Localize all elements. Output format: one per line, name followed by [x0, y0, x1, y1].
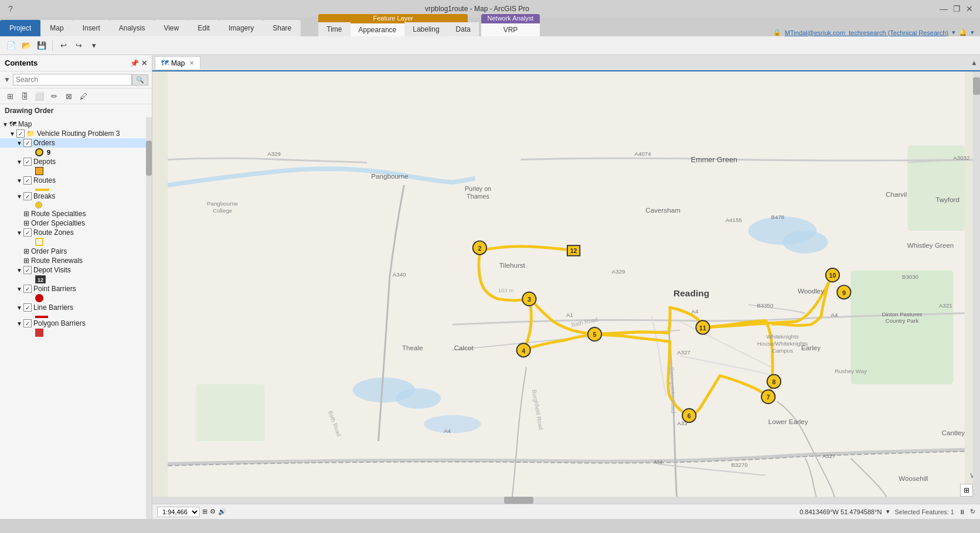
tree-route-renewals[interactable]: ▶ ⊞ Route Renewals: [0, 256, 146, 265]
polybarr-expand[interactable]: ▼: [16, 320, 23, 327]
tree-route-specialties[interactable]: ▶ ⊞ Route Specialties: [0, 209, 146, 218]
polygon-barriers-swatch: [35, 329, 43, 337]
routes-checkbox[interactable]: [23, 176, 32, 184]
search-button[interactable]: 🔍: [132, 74, 148, 86]
vrp-checkbox[interactable]: [16, 129, 25, 138]
map-tab-close[interactable]: ✕: [189, 60, 194, 66]
rzones-expand[interactable]: ▼: [16, 230, 23, 236]
tree-route-zones[interactable]: ▼ Route Zones: [0, 228, 146, 237]
scale-tool2[interactable]: ⚙: [210, 508, 216, 515]
panel-scrollbar-thumb[interactable]: [146, 141, 152, 176]
rrenew-icon: ⊞: [23, 257, 29, 265]
svg-text:Dinton Pastures: Dinton Pastures: [882, 311, 922, 317]
coordinates-dropdown[interactable]: ▾: [886, 508, 890, 515]
dvisits-checkbox[interactable]: [23, 266, 32, 274]
layer-tool-3[interactable]: ⬜: [33, 90, 46, 102]
map-scrollbar-right[interactable]: [973, 71, 980, 504]
pbarr-expand[interactable]: ▼: [16, 286, 23, 292]
scale-tools[interactable]: ⊞: [202, 508, 207, 515]
orders-checkbox[interactable]: [23, 139, 32, 147]
tab-time[interactable]: Time: [318, 22, 350, 36]
tab-imagery[interactable]: Imagery: [219, 20, 263, 36]
layer-tool-2[interactable]: 🗄: [18, 90, 31, 102]
tree-point-barriers[interactable]: ▼ Point Barriers: [0, 284, 146, 293]
rzones-checkbox[interactable]: [23, 228, 32, 237]
tab-data[interactable]: Data: [448, 22, 479, 36]
redo-button[interactable]: ↪: [72, 39, 85, 52]
undo-button[interactable]: ↩: [57, 39, 70, 52]
account-expand-icon[interactable]: ▾: [971, 29, 974, 36]
map-corner-btn-1[interactable]: ⊞: [960, 484, 973, 497]
depots-checkbox[interactable]: [23, 158, 32, 166]
route-specialties-label: Route Specialties: [31, 210, 86, 218]
minimize-button[interactable]: —: [938, 3, 950, 15]
lbarr-expand[interactable]: ▼: [16, 305, 23, 311]
panel-close-icon[interactable]: ✕: [141, 59, 147, 67]
layer-tool-6[interactable]: 🖊: [77, 90, 90, 102]
tab-edit[interactable]: Edit: [188, 20, 219, 36]
tree-line-barriers[interactable]: ▼ Line Barriers: [0, 303, 146, 312]
selected-features: Selected Features: 1: [894, 508, 954, 515]
tree-map[interactable]: ▼ 🗺 Map: [0, 119, 146, 129]
tree-orders[interactable]: ▼ Orders: [0, 138, 146, 148]
tab-view[interactable]: View: [154, 20, 188, 36]
account-user[interactable]: MTindal@esriuk.com_techresearch (Technic…: [785, 29, 948, 36]
map-canvas[interactable]: 2 12 3 4 5 11 6: [152, 71, 980, 504]
map-hscroll-thumb[interactable]: [504, 497, 533, 504]
notification-icon[interactable]: 🔔: [959, 29, 967, 36]
orders-expand[interactable]: ▼: [16, 140, 23, 146]
tree-routes[interactable]: ▼ Routes: [0, 176, 146, 185]
play-pause-btn[interactable]: ⏸: [959, 508, 965, 515]
close-button[interactable]: ✕: [964, 3, 975, 15]
tab-analysis[interactable]: Analysis: [110, 20, 155, 36]
svg-point-4: [396, 388, 441, 409]
tab-vrp[interactable]: VRP: [481, 22, 540, 36]
lbarr-checkbox[interactable]: [23, 303, 32, 312]
tree-polygon-barriers[interactable]: ▼ Polygon Barriers: [0, 319, 146, 328]
refresh-btn[interactable]: ↻: [970, 508, 975, 515]
tab-appearance[interactable]: Appearance: [351, 22, 405, 36]
tab-share[interactable]: Share: [263, 20, 301, 36]
account-dropdown-icon[interactable]: ▾: [952, 29, 955, 36]
tree-order-specialties[interactable]: ▶ ⊞ Order Specialties: [0, 218, 146, 228]
ribbon-tabs-row: Project Map Insert Analysis View Edit Im…: [0, 18, 980, 36]
map-expand-arrow[interactable]: ▼: [2, 121, 9, 128]
save-button[interactable]: 💾: [35, 39, 48, 52]
more-btn[interactable]: ▾: [87, 39, 100, 52]
map-vscroll-thumb[interactable]: [973, 77, 980, 95]
pbarr-checkbox[interactable]: [23, 285, 32, 293]
panel-auto-hide-icon[interactable]: 📌: [130, 59, 139, 67]
svg-text:A1: A1: [566, 312, 573, 318]
new-button[interactable]: 📄: [5, 39, 18, 52]
polybarr-checkbox[interactable]: [23, 319, 32, 327]
breaks-checkbox[interactable]: [23, 192, 32, 200]
map-tab[interactable]: 🗺 Map ✕: [155, 56, 200, 69]
scale-tool3[interactable]: 🔊: [218, 508, 226, 515]
depots-expand[interactable]: ▼: [16, 159, 23, 165]
help-button[interactable]: ?: [5, 3, 16, 15]
maximize-button[interactable]: ❐: [951, 3, 962, 15]
layer-tool-1[interactable]: ⊞: [4, 90, 16, 102]
tree-depot-visits[interactable]: ▼ Depot Visits: [0, 265, 146, 275]
panel-scrollbar[interactable]: [146, 117, 152, 519]
scale-select[interactable]: 1:94,466: [157, 507, 200, 517]
search-input[interactable]: [13, 74, 132, 86]
layer-tool-5[interactable]: ⊠: [62, 90, 75, 102]
breaks-expand[interactable]: ▼: [16, 193, 23, 200]
vrp-expand-arrow[interactable]: ▼: [9, 131, 16, 137]
tab-map[interactable]: Map: [40, 20, 73, 36]
layer-tool-4[interactable]: ✏: [47, 90, 60, 102]
dvisits-expand[interactable]: ▼: [16, 267, 23, 274]
scale-selector[interactable]: 1:94,466 ⊞ ⚙ 🔊: [157, 507, 226, 517]
tree-vrp-group[interactable]: ▼ 📁 Vehicle Routing Problem 3: [0, 129, 146, 138]
tab-labeling[interactable]: Labeling: [404, 22, 447, 36]
routes-expand[interactable]: ▼: [16, 177, 23, 184]
tree-depots[interactable]: ▼ Depots: [0, 157, 146, 166]
map-scrollbar-bottom[interactable]: [152, 497, 973, 504]
map-area-collapse-icon[interactable]: ▲: [971, 59, 978, 67]
tree-order-pairs[interactable]: ▶ ⊞ Order Pairs: [0, 247, 146, 256]
open-button[interactable]: 📂: [20, 39, 33, 52]
tree-breaks[interactable]: ▼ Breaks: [0, 192, 146, 201]
tab-project[interactable]: Project: [0, 20, 40, 36]
tab-insert[interactable]: Insert: [73, 20, 110, 36]
